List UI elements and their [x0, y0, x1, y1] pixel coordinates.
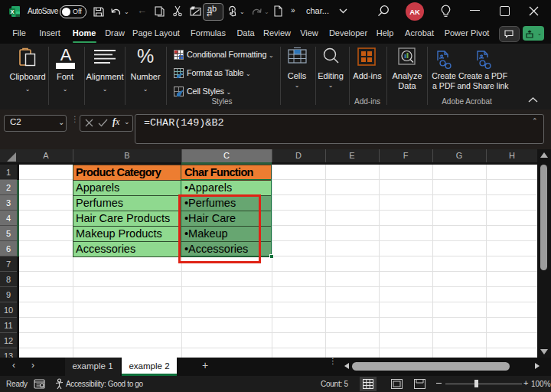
svg-text:X: X [10, 8, 14, 15]
